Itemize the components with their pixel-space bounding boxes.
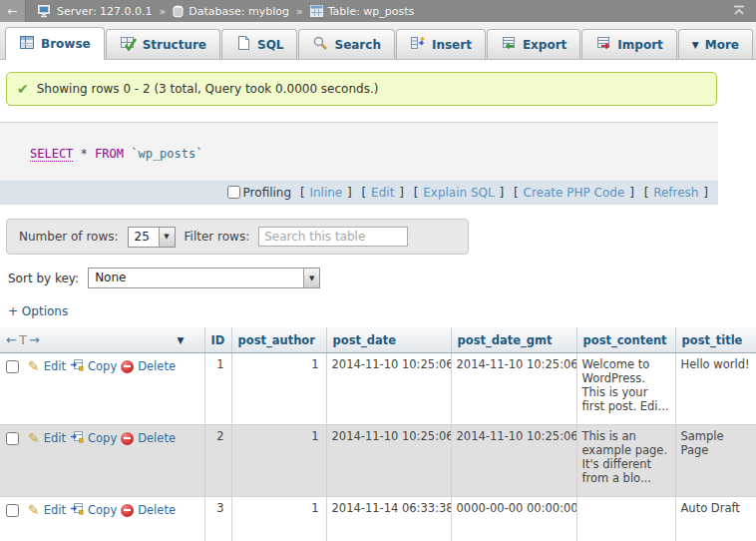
tab-label: Structure bbox=[143, 38, 206, 52]
tab-more[interactable]: ▼ More bbox=[678, 29, 753, 59]
breadcrumb-database[interactable]: Database: myblog bbox=[189, 5, 289, 18]
import-icon bbox=[595, 35, 611, 54]
sort-controls: Sort by key: None bbox=[8, 268, 756, 288]
table-row: ✎ Edit Copy Delete 3 1 2014-11-14 06:33:… bbox=[0, 497, 756, 541]
structure-icon bbox=[120, 36, 137, 54]
breadcrumb-separator: » bbox=[296, 5, 303, 18]
query-section: SELECT * FROM `wp_posts` Profiling [ Inl… bbox=[0, 122, 718, 205]
copy-row-icon bbox=[70, 502, 84, 518]
column-header-post-title[interactable]: post_title bbox=[675, 327, 756, 353]
select-arrow-icon bbox=[159, 228, 175, 247]
header-actions: ← T → ▼ bbox=[0, 327, 204, 353]
profiling-label[interactable]: Profiling bbox=[227, 186, 292, 200]
row-select-checkbox[interactable] bbox=[6, 504, 19, 517]
copy-row-link[interactable]: Copy bbox=[88, 503, 117, 517]
sql-keyword-select[interactable]: SELECT bbox=[30, 147, 73, 161]
breadcrumb-table[interactable]: Table: wp_posts bbox=[328, 5, 415, 18]
breadcrumb-separator: » bbox=[160, 5, 167, 18]
column-header-id[interactable]: ID bbox=[204, 327, 231, 353]
column-header-post-date-gmt[interactable]: post_date_gmt bbox=[451, 327, 576, 353]
results-controls: Number of rows: 25 Filter rows: bbox=[6, 219, 469, 255]
nav-right-arrow-icon[interactable]: → bbox=[29, 332, 40, 347]
sort-by-key-label: Sort by key: bbox=[8, 271, 79, 285]
copy-row-icon bbox=[70, 430, 84, 446]
column-header-post-date[interactable]: post_date bbox=[326, 327, 451, 353]
sql-keyword-from: FROM bbox=[95, 147, 124, 161]
edit-row-link[interactable]: Edit bbox=[44, 503, 66, 517]
table-row: ✎ Edit Copy Delete 1 1 2014-11-10 10:25:… bbox=[0, 353, 756, 425]
back-button[interactable]: ← bbox=[0, 0, 26, 22]
column-header-post-content[interactable]: post_content bbox=[576, 327, 675, 353]
row-select-checkbox[interactable] bbox=[6, 360, 19, 373]
tab-import[interactable]: Import bbox=[581, 29, 676, 59]
table-header-row: ← T → ▼ ID post_author post_date post_da… bbox=[0, 327, 756, 353]
cell-id: 2 bbox=[204, 425, 231, 497]
number-of-rows-label: Number of rows: bbox=[19, 230, 119, 244]
delete-row-link[interactable]: Delete bbox=[138, 431, 176, 445]
edit-row-link[interactable]: Edit bbox=[44, 359, 66, 373]
cell-post-content: Welcome to WordPress. This is your first… bbox=[576, 353, 675, 425]
status-message: ✔ Showing rows 0 - 2 (3 total, Query too… bbox=[6, 72, 717, 106]
copy-row-link[interactable]: Copy bbox=[88, 431, 117, 445]
tab-bar: Browse Structure SQL Search Insert Expor… bbox=[0, 22, 756, 60]
server-icon bbox=[38, 5, 52, 18]
select-arrow-icon bbox=[303, 269, 319, 287]
table-row: ✎ Edit Copy Delete 2 1 2014-11-10 10:25:… bbox=[0, 425, 756, 497]
delete-row-link[interactable]: Delete bbox=[138, 359, 176, 373]
delete-row-link[interactable]: Delete bbox=[138, 503, 176, 517]
tab-search[interactable]: Search bbox=[298, 29, 394, 59]
results-table: ← T → ▼ ID post_author post_date post_da… bbox=[0, 327, 756, 541]
tab-sql[interactable]: SQL bbox=[221, 29, 298, 59]
tab-browse[interactable]: Browse bbox=[5, 27, 105, 60]
tab-label: Browse bbox=[41, 37, 91, 51]
success-check-icon: ✔ bbox=[17, 82, 29, 96]
filter-rows-label: Filter rows: bbox=[185, 230, 250, 244]
collapse-icon[interactable] bbox=[732, 4, 746, 19]
inline-link[interactable]: Inline bbox=[309, 186, 342, 200]
breadcrumb-server[interactable]: Server: 127.0.0.1 bbox=[57, 5, 153, 18]
edit-pencil-icon: ✎ bbox=[28, 359, 40, 373]
breadcrumb-bar: ← Server: 127.0.0.1 » Database: myblog »… bbox=[0, 0, 756, 22]
row-select-checkbox[interactable] bbox=[6, 432, 19, 445]
create-php-code-link[interactable]: Create PHP Code bbox=[524, 186, 625, 200]
rows-per-page-select[interactable]: 25 bbox=[128, 227, 176, 248]
copy-row-link[interactable]: Copy bbox=[88, 359, 117, 373]
cell-post-author: 1 bbox=[231, 353, 326, 425]
sql-icon bbox=[235, 35, 251, 54]
profiling-checkbox[interactable] bbox=[227, 186, 240, 199]
breadcrumb: Server: 127.0.0.1 » Database: myblog » T… bbox=[38, 5, 414, 18]
edit-query-link[interactable]: Edit bbox=[371, 186, 394, 200]
filter-rows-input[interactable] bbox=[258, 227, 408, 247]
nav-left-arrow-icon[interactable]: ← bbox=[6, 332, 17, 347]
column-header-post-author[interactable]: post_author bbox=[231, 327, 326, 353]
tab-insert[interactable]: Insert bbox=[396, 29, 486, 59]
chevron-down-icon: ▼ bbox=[692, 40, 699, 50]
sql-query-display: SELECT * FROM `wp_posts` bbox=[0, 123, 718, 181]
tab-label: Import bbox=[617, 38, 662, 52]
nav-tee-icon[interactable]: T bbox=[19, 332, 27, 347]
sql-table-identifier: `wp_posts` bbox=[131, 147, 202, 161]
tab-label: SQL bbox=[257, 38, 284, 52]
tab-structure[interactable]: Structure bbox=[106, 29, 220, 59]
cell-post-title: Hello world! bbox=[675, 353, 756, 425]
cell-post-date: 2014-11-10 10:25:06 bbox=[326, 353, 451, 425]
cell-post-date: 2014-11-14 06:33:38 bbox=[326, 497, 451, 541]
cell-id: 1 bbox=[204, 353, 231, 425]
options-toggle-link[interactable]: + Options bbox=[8, 304, 68, 318]
status-message-text: Showing rows 0 - 2 (3 total, Query took … bbox=[37, 82, 379, 96]
cell-post-content: This is an example page. It's different … bbox=[576, 425, 675, 497]
refresh-link[interactable]: Refresh bbox=[653, 186, 698, 200]
query-toolbar: Profiling [ Inline ] [ Edit ] [ Explain … bbox=[0, 181, 718, 205]
cell-post-date: 2014-11-10 10:25:06 bbox=[326, 425, 451, 497]
cell-post-title: Auto Draft bbox=[675, 497, 756, 541]
sort-by-key-select[interactable]: None bbox=[88, 268, 320, 288]
tab-export[interactable]: Export bbox=[487, 29, 580, 59]
cell-id: 3 bbox=[204, 497, 231, 541]
header-options-dropdown-icon[interactable]: ▼ bbox=[178, 335, 185, 345]
cell-post-date-gmt: 0000-00-00 00:00:00 bbox=[451, 497, 576, 541]
explain-sql-link[interactable]: Explain SQL bbox=[423, 186, 495, 200]
search-icon bbox=[312, 35, 328, 54]
edit-row-link[interactable]: Edit bbox=[44, 431, 66, 445]
delete-row-icon bbox=[121, 432, 134, 445]
table-icon bbox=[310, 5, 323, 17]
